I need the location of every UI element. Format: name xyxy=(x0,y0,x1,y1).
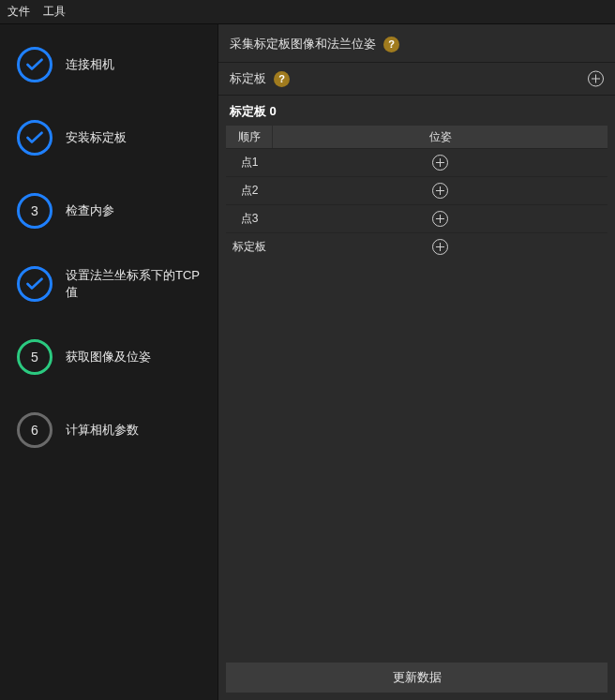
menu-tools[interactable]: 工具 xyxy=(43,4,66,20)
add-board-button[interactable] xyxy=(588,71,604,87)
add-pose-button[interactable] xyxy=(432,211,448,227)
cell-pose xyxy=(273,177,608,204)
step-status-current-icon: 5 xyxy=(17,339,52,375)
menubar: 文件 工具 xyxy=(0,0,615,24)
step-status-number-icon: 3 xyxy=(17,193,52,229)
step-install-board[interactable]: 安装标定板 xyxy=(17,120,208,156)
right-pane: 采集标定板图像和法兰位姿 ? 标定板 ? 标定板 0 顺序 位姿 点1 xyxy=(218,24,615,700)
help-icon[interactable]: ? xyxy=(383,37,399,52)
step-number: 3 xyxy=(31,203,38,218)
update-data-button[interactable]: 更新数据 xyxy=(226,663,608,693)
step-status-done-icon xyxy=(17,47,52,82)
step-set-tcp[interactable]: 设置法兰坐标系下的TCP值 xyxy=(17,266,208,302)
step-compute-params[interactable]: 6 计算相机参数 xyxy=(17,412,208,448)
cell-pose xyxy=(273,149,608,176)
col-pose: 位姿 xyxy=(273,126,608,148)
cell-pose xyxy=(273,205,608,232)
check-icon xyxy=(26,277,43,290)
steps-pane: 连接相机 安装标定板 3 检查内参 设置法兰坐标系下的TCP值 xyxy=(0,24,218,700)
step-number: 5 xyxy=(31,350,38,365)
step-status-pending-icon: 6 xyxy=(17,412,52,448)
step-status-done-icon xyxy=(17,266,52,302)
section-label: 标定板 xyxy=(230,70,266,87)
check-icon xyxy=(26,131,43,144)
step-acquire-image-pose[interactable]: 5 获取图像及位姿 xyxy=(17,339,208,375)
table-row: 点2 xyxy=(226,176,608,204)
table-row: 标定板 xyxy=(226,232,608,261)
cell-order: 点1 xyxy=(226,149,273,176)
check-icon xyxy=(26,58,43,71)
add-pose-button[interactable] xyxy=(432,239,448,255)
table-head: 顺序 位姿 xyxy=(226,126,608,148)
step-check-intrinsics[interactable]: 3 检查内参 xyxy=(17,193,208,229)
cell-order: 标定板 xyxy=(226,233,273,261)
step-label: 计算相机参数 xyxy=(66,422,139,439)
plus-icon xyxy=(588,71,604,87)
board-title: 标定板 0 xyxy=(218,96,615,126)
right-pane-title: 采集标定板图像和法兰位姿 xyxy=(230,36,376,52)
cell-order: 点2 xyxy=(226,177,273,204)
step-label: 安装标定板 xyxy=(66,129,127,146)
table-row: 点1 xyxy=(226,148,608,176)
step-label: 获取图像及位姿 xyxy=(66,349,151,365)
cell-pose xyxy=(273,233,608,261)
menu-file[interactable]: 文件 xyxy=(8,4,30,20)
table-row: 点3 xyxy=(226,204,608,232)
cell-order: 点3 xyxy=(226,205,273,232)
step-connect-camera[interactable]: 连接相机 xyxy=(17,47,208,82)
step-number: 6 xyxy=(31,423,38,438)
help-icon[interactable]: ? xyxy=(274,71,290,87)
step-label: 连接相机 xyxy=(66,56,114,73)
pose-table: 顺序 位姿 点1 点2 点3 标 xyxy=(226,126,608,261)
col-order: 顺序 xyxy=(226,126,273,148)
add-pose-button[interactable] xyxy=(432,183,448,199)
board-section-header: 标定板 ? xyxy=(218,63,615,96)
step-status-done-icon xyxy=(17,120,52,156)
step-label: 检查内参 xyxy=(66,202,114,219)
step-label: 设置法兰坐标系下的TCP值 xyxy=(66,267,208,301)
bottom-bar: 更新数据 xyxy=(218,655,615,700)
add-pose-button[interactable] xyxy=(432,155,448,171)
right-pane-header: 采集标定板图像和法兰位姿 ? xyxy=(218,24,615,63)
